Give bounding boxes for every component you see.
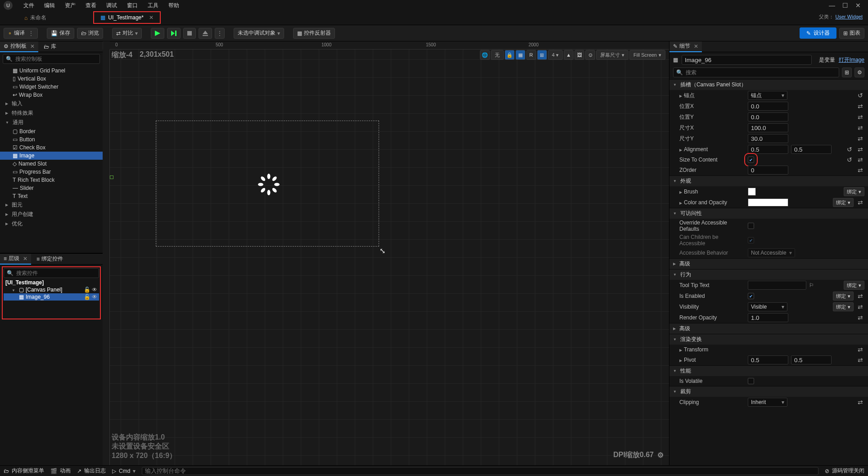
- zorder-input[interactable]: [748, 166, 788, 175]
- menu-edit[interactable]: 编辑: [40, 2, 59, 9]
- fill-screen-dd[interactable]: Fill Screen▾: [629, 50, 665, 60]
- reset-icon[interactable]: ⇄: [856, 314, 864, 321]
- library-tab[interactable]: 🗁库: [40, 41, 60, 52]
- close-icon[interactable]: ✕: [23, 256, 27, 262]
- tab-ui-testimage[interactable]: ▦ UI_TestImage* ✕: [93, 11, 161, 24]
- menu-tools[interactable]: 工具: [143, 2, 163, 9]
- tooltip-input[interactable]: [748, 281, 806, 290]
- console-input[interactable]: [142, 467, 818, 475]
- visibility-dropdown[interactable]: Visible▾: [748, 302, 787, 311]
- open-class-link[interactable]: 打开Image: [839, 56, 864, 64]
- throbber-widget[interactable]: [258, 174, 280, 195]
- posx-input[interactable]: [748, 102, 788, 111]
- hierarchy-image[interactable]: ▦Image_96 🔓👁: [4, 293, 99, 301]
- lock-icon[interactable]: 🔒: [505, 50, 515, 60]
- save-button[interactable]: 💾保存: [47, 28, 74, 39]
- section-behavior[interactable]: 行为: [669, 269, 868, 280]
- reset-icon[interactable]: ⇄: [856, 303, 864, 310]
- eye-icon[interactable]: 👁: [92, 287, 97, 293]
- details-search[interactable]: 🔍搜索: [673, 67, 839, 77]
- diff-button[interactable]: ⇄对比▾: [112, 28, 142, 39]
- gear-icon[interactable]: ⚙: [657, 451, 664, 459]
- brush-swatch[interactable]: [748, 188, 756, 196]
- palette-item[interactable]: ▯Vertical Box: [0, 75, 103, 83]
- hierarchy-canvas[interactable]: ▢[Canvas Panel] 🔓👁: [4, 286, 99, 293]
- section-accessibility[interactable]: 可访问性: [669, 208, 868, 219]
- palette-item[interactable]: ↩Wrap Box: [0, 91, 103, 99]
- enabled-checkbox[interactable]: [748, 293, 754, 299]
- reset-icon[interactable]: ⇄: [856, 292, 864, 300]
- animation-button[interactable]: 🎬动画: [50, 467, 71, 475]
- hierarchy-root[interactable]: [UI_TestImage]: [4, 279, 99, 286]
- output-log-button[interactable]: ↗输出日志: [77, 467, 106, 475]
- debug-target-dropdown[interactable]: 未选中调试对象▾: [234, 28, 284, 39]
- override-acc-checkbox[interactable]: [748, 223, 754, 229]
- palette-category[interactable]: 通用: [0, 118, 103, 127]
- section-performance[interactable]: 性能: [669, 365, 868, 376]
- section-appearance[interactable]: 外观: [669, 175, 868, 186]
- cmd-dropdown[interactable]: ▷Cmd▾: [112, 468, 136, 474]
- lock-icon[interactable]: 🔓: [84, 287, 90, 293]
- palette-category[interactable]: 特殊效果: [0, 108, 103, 118]
- play-options-button[interactable]: ⋮: [215, 28, 225, 39]
- parent-class-link[interactable]: User Widget: [835, 14, 863, 19]
- settings-icon[interactable]: ⚙: [854, 67, 864, 77]
- menu-window[interactable]: 窗口: [122, 2, 142, 9]
- palette-item[interactable]: TRich Text Block: [0, 176, 103, 184]
- palette-category[interactable]: 输入: [0, 99, 103, 108]
- respect-icon[interactable]: R: [526, 50, 536, 60]
- reset-icon[interactable]: ⇄: [856, 103, 864, 110]
- object-name-input[interactable]: [682, 55, 812, 65]
- reset-icon[interactable]: ⇄: [856, 124, 864, 131]
- reset-icon[interactable]: ↺: [845, 156, 854, 163]
- play-button[interactable]: [151, 28, 164, 39]
- palette-item[interactable]: ▭Progress Bar: [0, 168, 103, 176]
- details-tab[interactable]: ✎细节✕: [669, 41, 702, 52]
- hierarchy-search[interactable]: 🔍搜索控件: [4, 268, 99, 278]
- step-button[interactable]: [167, 28, 181, 39]
- reset-icon[interactable]: ⇄: [856, 356, 864, 364]
- designer-mode-button[interactable]: ✎设计器: [800, 27, 836, 39]
- pivot-y-input[interactable]: [791, 355, 832, 364]
- section-advanced[interactable]: 高级: [669, 258, 868, 269]
- screen-size-dd[interactable]: 屏幕尺寸▾: [596, 50, 628, 60]
- source-control-icon[interactable]: ⊘: [825, 468, 829, 474]
- reset-icon[interactable]: ↺: [856, 92, 864, 99]
- volatile-checkbox[interactable]: [748, 378, 754, 384]
- window-minimize-icon[interactable]: —: [829, 2, 835, 9]
- palette-item[interactable]: ☑Check Box: [0, 144, 103, 152]
- menu-help[interactable]: 帮助: [164, 2, 184, 9]
- image-icon[interactable]: 🖼: [574, 50, 584, 60]
- render-opacity-input[interactable]: [748, 313, 788, 322]
- section-clipping[interactable]: 裁剪: [669, 386, 868, 397]
- reset-icon[interactable]: ↺: [845, 146, 854, 153]
- palette-tab[interactable]: ⚙控制板✕: [0, 41, 38, 52]
- graph-mode-button[interactable]: ⊞图表: [839, 28, 864, 39]
- color-swatch[interactable]: [748, 198, 788, 207]
- content-drawer-button[interactable]: 🗁内容侧滑菜单: [4, 467, 44, 475]
- section-advanced2[interactable]: 高级: [669, 323, 868, 334]
- palette-item[interactable]: ▦Uniform Grid Panel: [0, 67, 103, 75]
- size-to-content-checkbox[interactable]: [748, 157, 754, 163]
- layout-icon[interactable]: ▦: [515, 50, 525, 60]
- tab-home[interactable]: ⌂ 未命名: [18, 12, 53, 25]
- clipping-dropdown[interactable]: Inherit▾: [748, 398, 787, 407]
- palette-item[interactable]: ◇Named Slot: [0, 160, 103, 168]
- align-x-input[interactable]: [748, 145, 788, 154]
- bind-button[interactable]: 绑定▾: [844, 281, 864, 290]
- close-icon[interactable]: ✕: [30, 43, 35, 49]
- flag-icon[interactable]: ⚐: [809, 282, 814, 288]
- section-slot[interactable]: 插槽（Canvas Panel Slot）: [669, 79, 868, 90]
- lang-none[interactable]: 无: [491, 50, 504, 60]
- anchor-dropdown[interactable]: 锚点▾: [748, 91, 787, 100]
- menu-debug[interactable]: 调试: [102, 2, 122, 9]
- grid-snap[interactable]: 4 ▾: [548, 50, 563, 60]
- window-close-icon[interactable]: ✕: [855, 2, 861, 9]
- compile-button[interactable]: ⚬编译⋮: [4, 28, 38, 39]
- bind-tab[interactable]: ≡绑定控件: [33, 254, 67, 265]
- close-icon[interactable]: ✕: [694, 43, 698, 49]
- window-maximize-icon[interactable]: ☐: [842, 2, 848, 9]
- palette-item[interactable]: ▭Widget Switcher: [0, 83, 103, 91]
- palette-category[interactable]: 图元: [0, 200, 103, 210]
- section-render-transform[interactable]: 渲染变换: [669, 334, 868, 345]
